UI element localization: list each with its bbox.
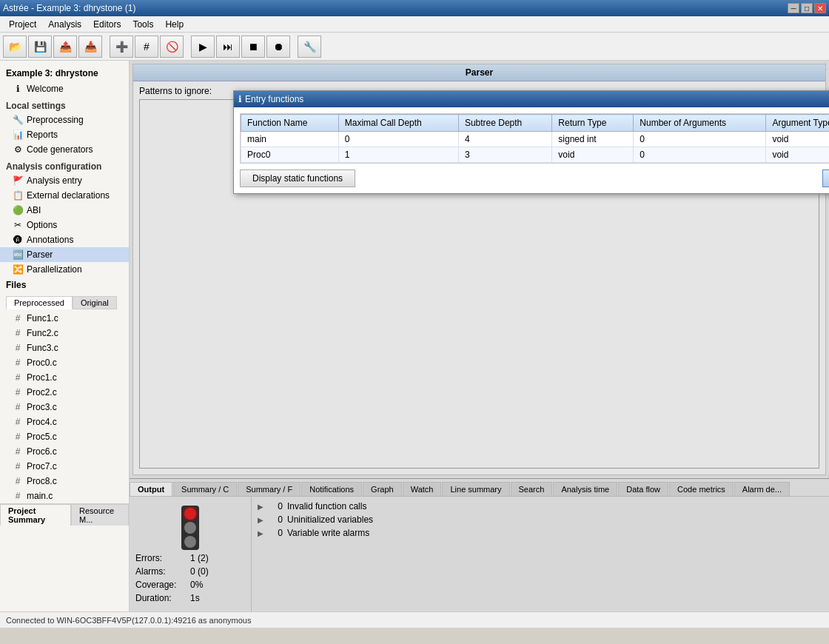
col-function-name: Function Name [241,115,339,132]
close-button[interactable]: ✕ [814,3,826,13]
sidebar-item-analysis-entry[interactable]: 🚩 Analysis entry [0,173,129,188]
sidebar-item-parallelization[interactable]: 🔀 Parallelization [0,262,129,277]
preprocessing-label: Preprocessing [27,115,84,125]
original-tab[interactable]: Original [73,296,117,309]
hash-icon: # [12,431,24,443]
file-item[interactable]: #Proc6.c [0,444,129,459]
parser-icon: 🔤 [12,249,24,261]
open-folder-btn[interactable]: 📂 [3,36,27,58]
toolbar: 📂 💾 📤 📥 ➕ # 🚫 ▶ ⏭ ⏹ ⏺ 🔧 [0,33,829,61]
hash-icon: # [12,357,24,369]
window-title: Astrée - Example 3: dhrystone (1) [3,3,135,13]
status-bar: Connected to WIN-6OC3BFF4V5P(127.0.0.1):… [0,611,829,628]
sidebar-item-reports[interactable]: 📊 Reports [0,127,129,142]
sidebar-item-abi[interactable]: 🟢 ABI [0,203,129,218]
flag-icon: 🚩 [12,175,24,187]
sidebar-item-annotations[interactable]: 🅐 Annotations [0,232,129,247]
modal-title-icon: ℹ [238,94,242,104]
modal-table-body: main 0 4 signed int 0 void Proc0 1 3 voi… [241,132,830,163]
welcome-label: Welcome [27,84,64,94]
entry-functions-dialog: ℹ Entry functions ✕ Function Name Maxima… [233,90,829,194]
hash-icon: # [12,327,24,339]
abi-label: ABI [27,205,41,215]
stop2-btn[interactable]: ⏹ [241,36,265,58]
modal-table: Function Name Maximal Call Depth Subtree… [241,114,829,163]
hash-icon: # [12,386,24,398]
export-btn[interactable]: 📤 [53,36,77,58]
modal-titlebar: ℹ Entry functions ✕ [234,91,829,107]
stop-btn[interactable]: 🚫 [160,36,184,58]
close-dialog-button[interactable]: Close [822,170,829,187]
hash-icon: # [12,416,24,428]
files-label: Files [0,277,129,293]
file-item[interactable]: #Func2.c [0,326,129,341]
file-item[interactable]: #Proc3.c [0,400,129,415]
files-list: #Func1.c#Func2.c#Func3.c#Proc0.c#Proc1.c… [0,311,129,503]
add-btn[interactable]: ➕ [110,36,133,58]
record-btn[interactable]: ⏺ [266,36,290,58]
table-row[interactable]: Proc0 1 3 void 0 void [241,147,830,163]
file-item[interactable]: #Proc8.c [0,474,129,489]
left-bottom-tabs: Project Summary Resource M... [0,503,129,526]
ext-decl-label: External declarations [27,190,110,201]
annotations-icon: 🅐 [12,234,24,246]
preprocessed-tab[interactable]: Preprocessed [6,296,73,309]
sidebar-item-welcome[interactable]: ℹ Welcome [0,81,129,96]
sidebar-item-code-generators[interactable]: ⚙ Code generators [0,142,129,157]
hash-icon: # [12,342,24,354]
ext-decl-icon: 📋 [12,189,24,201]
hash-icon: # [12,460,24,472]
file-item[interactable]: #Proc2.c [0,385,129,400]
display-static-functions-button[interactable]: Display static functions [240,170,355,187]
hash-icon: # [12,475,24,487]
file-item[interactable]: #Func3.c [0,341,129,355]
col-return-type: Return Type [552,115,634,132]
main-layout: Example 3: dhrystone ℹ Welcome Local set… [0,61,829,611]
status-text: Connected to WIN-6OC3BFF4V5P(127.0.0.1):… [6,616,251,625]
abi-icon: 🟢 [12,204,24,216]
file-item[interactable]: #Proc7.c [0,459,129,474]
import-btn[interactable]: 📥 [78,36,102,58]
options-label: Options [27,220,57,230]
modal-overlay: ℹ Entry functions ✕ Function Name Maxima… [130,61,829,611]
modal-title: ℹ Entry functions [237,94,303,104]
file-item[interactable]: #Proc5.c [0,429,129,444]
menu-project[interactable]: Project [3,18,42,31]
modal-content: Function Name Maximal Call Depth Subtree… [234,107,829,193]
save-btn[interactable]: 💾 [28,36,52,58]
play-btn[interactable]: ▶ [191,36,215,58]
menu-analysis[interactable]: Analysis [42,18,87,31]
sidebar-item-options[interactable]: ✂ Options [0,218,129,232]
reports-icon: 📊 [12,129,24,141]
menu-help[interactable]: Help [159,18,189,31]
project-summary-tab[interactable]: Project Summary [0,504,71,526]
analysis-config-label: Analysis configuration [0,157,129,173]
reports-label: Reports [27,130,58,140]
tools-btn[interactable]: 🔧 [298,36,321,58]
minimize-button[interactable]: ─ [788,3,799,13]
window-controls: ─ □ ✕ [788,3,826,13]
parallel-icon: 🔀 [12,264,24,275]
file-item[interactable]: #Func1.c [0,311,129,326]
resource-tab[interactable]: Resource M... [71,504,129,526]
file-item[interactable]: #Proc0.c [0,355,129,370]
parallelization-label: Parallelization [27,264,82,275]
file-item[interactable]: #Proc4.c [0,415,129,429]
file-item[interactable]: #main.c [0,489,129,503]
parser-label: Parser [27,249,53,260]
col-num-args: Number of Arguments [634,115,766,132]
menu-editors[interactable]: Editors [87,18,127,31]
file-item[interactable]: #Proc1.c [0,370,129,385]
menu-bar: Project Analysis Editors Tools Help [0,16,829,33]
restore-button[interactable]: □ [801,3,813,13]
skip-btn[interactable]: ⏭ [216,36,240,58]
hash-btn[interactable]: # [135,36,158,58]
menu-tools[interactable]: Tools [127,18,159,31]
sidebar-item-external-declarations[interactable]: 📋 External declarations [0,188,129,203]
sidebar-item-parser[interactable]: 🔤 Parser [0,247,129,262]
table-row[interactable]: main 0 4 signed int 0 void [241,132,830,147]
codegen-label: Code generators [27,144,93,155]
sidebar-item-preprocessing[interactable]: 🔧 Preprocessing [0,113,129,127]
codegen-icon: ⚙ [12,144,24,155]
modal-table-container: Function Name Maximal Call Depth Subtree… [240,113,829,164]
